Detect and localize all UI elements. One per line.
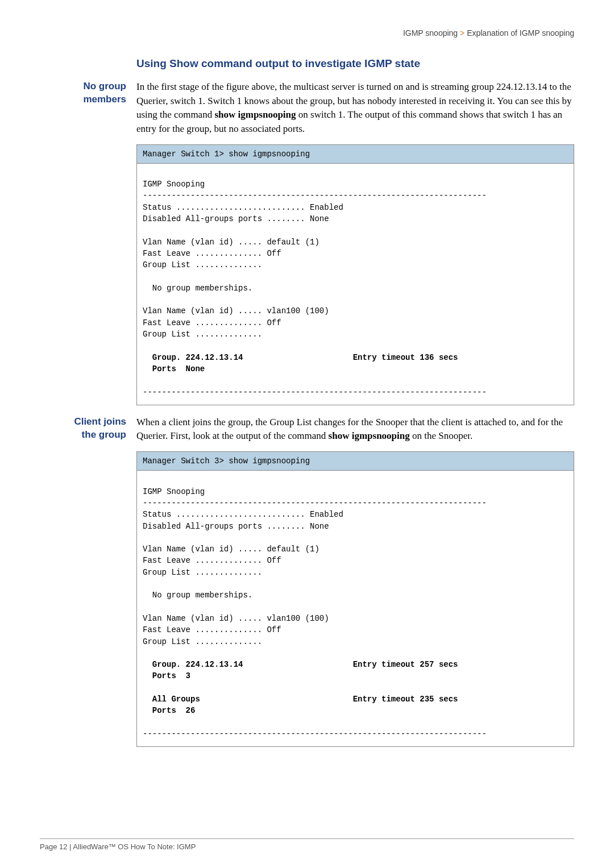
page-footer: Page 12 | AlliedWare™ OS How To Note: IG… <box>40 838 574 851</box>
header-right-text: Explanation of IGMP snooping <box>467 28 574 38</box>
code1-body-text: IGMP Snooping --------------------------… <box>143 180 487 396</box>
code2-command-line: Manager Switch 3> show igmpsnooping <box>137 452 574 471</box>
margin-label-no-group: No group members <box>40 80 136 136</box>
block-client-joins: Client joins the group When a client joi… <box>40 416 574 443</box>
code1-command-line: Manager Switch 1> show igmpsnooping <box>137 145 574 164</box>
margin-no-group-line1: No group <box>83 81 126 92</box>
code2-output: IGMP Snooping --------------------------… <box>137 471 574 746</box>
code-block-switch1: Manager Switch 1> show igmpsnooping IGMP… <box>136 144 574 405</box>
para2-cmd: show igmpsnooping <box>329 430 410 441</box>
margin-client-line2: the group <box>82 429 126 440</box>
header-separator: > <box>460 28 467 38</box>
page-header: IGMP snooping > Explanation of IGMP snoo… <box>40 28 574 38</box>
code-block-switch3: Manager Switch 3> show igmpsnooping IGMP… <box>136 451 574 747</box>
block-no-group-members: No group members In the first stage of t… <box>40 80 574 136</box>
para2-post: on the Snooper. <box>410 430 473 441</box>
para1-cmd: show igmpsnooping <box>214 109 296 120</box>
margin-no-group-line2: members <box>83 94 126 105</box>
margin-label-client-joins: Client joins the group <box>40 416 136 443</box>
paragraph-no-group: In the first stage of the figure above, … <box>136 80 574 136</box>
header-left-text: IGMP snooping <box>403 28 458 38</box>
margin-client-line1: Client joins <box>74 416 126 427</box>
code1-output: IGMP Snooping --------------------------… <box>137 164 574 405</box>
code2-body-text: IGMP Snooping --------------------------… <box>143 487 487 738</box>
footer-text: Page 12 | AlliedWare™ OS How To Note: IG… <box>40 842 196 851</box>
section-heading: Using Show command output to investigate… <box>136 57 574 70</box>
paragraph-client-joins: When a client joins the group, the Group… <box>136 416 574 443</box>
footer-divider <box>40 838 574 839</box>
